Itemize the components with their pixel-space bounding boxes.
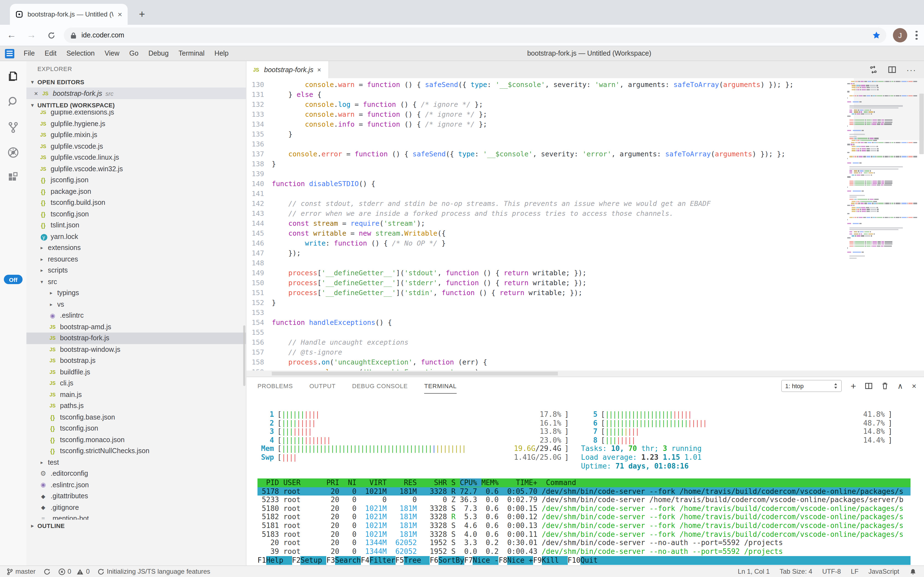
explorer-icon[interactable] <box>6 70 20 83</box>
workspace-section[interactable]: ▾ UNTITLED (WORKSPACE) <box>26 99 246 111</box>
browser-menu-icon[interactable] <box>911 28 922 42</box>
tree-item-tsconfig.monaco.json[interactable]: {}tsconfig.monaco.json <box>26 434 246 445</box>
editor-horizontal-scrollbar[interactable] <box>246 371 924 377</box>
tree-item-.mention-bot[interactable]: ≡.mention-bot <box>26 513 246 520</box>
tree-item-gulpfile.extensions.js[interactable]: JSgulpfile.extensions.js <box>26 111 246 118</box>
tree-item-bootstrap-window.js[interactable]: JSbootstrap-window.js <box>26 344 246 355</box>
tree-item-src[interactable]: ▾src <box>26 276 246 287</box>
browser-tab[interactable]: bootstrap-fork.js — Untitled (W × <box>10 4 128 25</box>
editor-scrollbar[interactable] <box>919 93 924 154</box>
menu-terminal[interactable]: Terminal <box>174 50 210 57</box>
menu-go[interactable]: Go <box>124 50 143 57</box>
panel-tab-problems[interactable]: PROBLEMS <box>257 383 293 389</box>
menu-selection[interactable]: Selection <box>61 50 100 57</box>
bell-icon[interactable] <box>909 568 916 575</box>
bookmark-star-icon[interactable] <box>872 31 881 40</box>
tree-item-package.json[interactable]: {}package.json <box>26 186 246 197</box>
tree-item-tsconfig.strictNullChecks.json[interactable]: {}tsconfig.strictNullChecks.json <box>26 445 246 457</box>
tree-item-.gitattributes[interactable]: ◆.gitattributes <box>26 490 246 502</box>
tree-item-resources[interactable]: ▸resources <box>26 253 246 265</box>
sync-status[interactable] <box>43 568 50 575</box>
language-status[interactable]: Initializing JS/TS language features <box>97 567 210 575</box>
menu-file[interactable]: File <box>19 50 40 57</box>
tree-item-main.js[interactable]: JSmain.js <box>26 389 246 400</box>
reload-icon[interactable] <box>43 27 59 44</box>
tree-item-vs[interactable]: ▸vs <box>26 299 246 310</box>
status-javascript[interactable]: JavaScript <box>868 567 899 575</box>
code-line-143: 143 // error when we are inside a forked… <box>246 209 840 219</box>
code-editor[interactable]: 130 console.warn = function () { safeSen… <box>246 78 924 377</box>
new-tab-button[interactable]: + <box>135 8 149 21</box>
status-utf-8[interactable]: UTF-8 <box>822 567 841 575</box>
close-icon[interactable]: × <box>317 66 321 74</box>
sync-icon[interactable] <box>869 66 877 74</box>
menu-debug[interactable]: Debug <box>143 50 174 57</box>
tree-item-gulpfile.hygiene.js[interactable]: JSgulpfile.hygiene.js <box>26 118 246 129</box>
tree-item-.eslintrc[interactable]: ◉.eslintrc <box>26 310 246 321</box>
back-icon[interactable]: ← <box>3 27 20 44</box>
extensions-icon[interactable] <box>6 171 20 184</box>
tree-item-test[interactable]: ▸test <box>26 457 246 468</box>
tree-item-scripts[interactable]: ▸scripts <box>26 265 246 276</box>
tree-item-gulpfile.vscode.linux.js[interactable]: JSgulpfile.vscode.linux.js <box>26 152 246 163</box>
git-branch-status[interactable]: master <box>6 567 35 575</box>
open-editors-section[interactable]: ▾ OPEN EDITORS <box>26 76 246 87</box>
avatar[interactable]: J <box>893 28 907 42</box>
tree-item-gulpfile.vscode.js[interactable]: JSgulpfile.vscode.js <box>26 141 246 152</box>
panel-tab-output[interactable]: OUTPUT <box>310 383 336 389</box>
outline-section[interactable]: ▸ OUTLINE <box>26 520 246 531</box>
split-terminal-icon[interactable] <box>865 382 873 390</box>
sidebar-scrollbar[interactable] <box>243 326 245 386</box>
explorer-header: EXPLORER <box>26 61 246 72</box>
tree-item-gulpfile.vscode.win32.js[interactable]: JSgulpfile.vscode.win32.js <box>26 163 246 174</box>
tree-item-.gitignore[interactable]: ◆.gitignore <box>26 502 246 513</box>
tree-item-bootstrap-fork.js[interactable]: JSbootstrap-fork.js <box>26 332 246 344</box>
status-lf[interactable]: LF <box>851 567 858 575</box>
off-badge[interactable]: Off <box>4 275 22 284</box>
open-editor-item[interactable]: × JS bootstrap-fork.js src <box>26 87 246 99</box>
more-actions-icon[interactable]: ··· <box>906 65 916 74</box>
tree-item-jsconfig.json[interactable]: {}jsconfig.json <box>26 174 246 186</box>
tree-item-tsconfig.base.json[interactable]: {}tsconfig.base.json <box>26 411 246 423</box>
panel-tab-debug-console[interactable]: DEBUG CONSOLE <box>352 383 408 389</box>
debug-icon[interactable] <box>6 146 20 159</box>
status-ln-1-col-1[interactable]: Ln 1, Col 1 <box>738 567 770 575</box>
close-icon[interactable]: × <box>34 89 38 97</box>
tree-item-tsconfig.build.json[interactable]: {}tsconfig.build.json <box>26 197 246 208</box>
editor-tab[interactable]: JS bootstrap-fork.js × <box>246 61 329 78</box>
search-icon[interactable] <box>6 95 20 108</box>
close-panel-icon[interactable]: × <box>912 382 916 390</box>
tree-item-buildfile.js[interactable]: JSbuildfile.js <box>26 366 246 378</box>
browser-tab-close-icon[interactable]: × <box>118 10 122 18</box>
tree-item-bootstrap.js[interactable]: JSbootstrap.js <box>26 355 246 366</box>
source-control-icon[interactable] <box>6 121 20 134</box>
kill-terminal-icon[interactable] <box>881 382 889 390</box>
tree-item-tslint.json[interactable]: {}tslint.json <box>26 220 246 231</box>
tree-item-bootstrap-amd.js[interactable]: JSbootstrap-amd.js <box>26 321 246 332</box>
tree-item-cli.js[interactable]: JScli.js <box>26 378 246 389</box>
minimap[interactable] <box>847 81 918 279</box>
tree-item-paths.js[interactable]: JSpaths.js <box>26 400 246 411</box>
tree-item-.editorconfig[interactable]: ⚙.editorconfig <box>26 468 246 479</box>
maximize-panel-icon[interactable]: ∧ <box>897 382 903 390</box>
tree-item-tsconfig.json[interactable]: {}tsconfig.json <box>26 423 246 434</box>
problems-status[interactable]: 0 0 <box>58 567 90 575</box>
menu-view[interactable]: View <box>100 50 124 57</box>
terminal-select[interactable]: 1: htop <box>781 380 842 392</box>
url-bar[interactable]: ide.coder.com <box>64 27 886 43</box>
forward-icon[interactable]: → <box>23 27 40 44</box>
tree-item-tsconfig.json[interactable]: {}tsconfig.json <box>26 208 246 220</box>
menu-help[interactable]: Help <box>210 50 233 57</box>
tree-item-typings[interactable]: ▸typings <box>26 287 246 299</box>
panel-tab-terminal[interactable]: TERMINAL <box>424 383 456 389</box>
new-terminal-icon[interactable]: + <box>850 381 856 391</box>
code-line-156: 156 // Handle uncaught exceptions <box>246 337 840 347</box>
tree-item-extensions[interactable]: ▸extensions <box>26 242 246 253</box>
tree-item-yarn.lock[interactable]: yyarn.lock <box>26 231 246 242</box>
terminal[interactable]: 1[||||||||||17.8%]2[|||||||||16.1%]3[|||… <box>246 395 924 566</box>
tree-item-.eslintrc.json[interactable]: ◉.eslintrc.json <box>26 479 246 490</box>
menu-edit[interactable]: Edit <box>40 50 61 57</box>
tree-item-gulpfile.mixin.js[interactable]: JSgulpfile.mixin.js <box>26 129 246 141</box>
split-editor-icon[interactable] <box>888 66 896 74</box>
status-tab-size-4[interactable]: Tab Size: 4 <box>779 567 812 575</box>
